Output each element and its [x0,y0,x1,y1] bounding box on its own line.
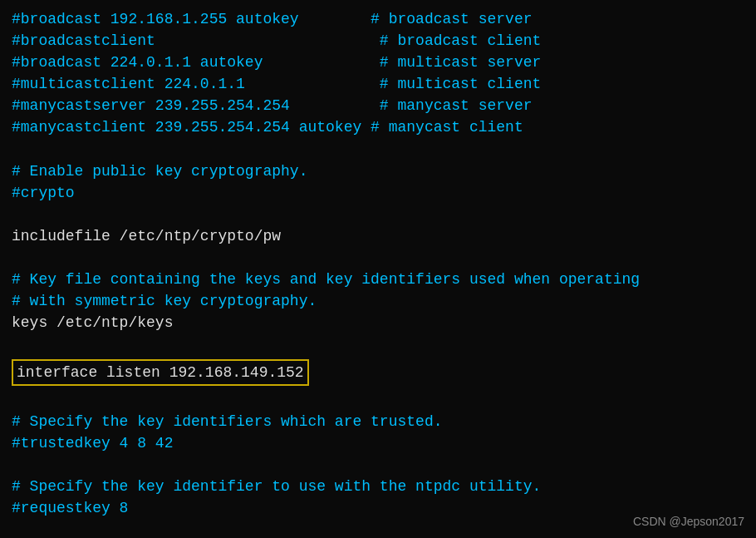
line-11: includefile /etc/ntp/crypto/pw [12,225,744,247]
line-8: # Enable public key cryptography. [12,160,744,182]
line-16-empty [12,333,744,355]
line-13: # Key file containing the keys and key i… [12,269,744,290]
line-5: #manycastserver 239.255.254.254 # manyca… [12,95,744,116]
line-15: keys /etc/ntp/keys [12,312,744,333]
line-18-empty [12,389,744,411]
line-12-empty [12,247,744,269]
line-6: #manycastclient 239.255.254.254 autokey … [12,116,744,138]
terminal-content: #broadcast 192.168.1.255 autokey # broad… [12,8,744,519]
line-9: #crypto [12,182,744,204]
line-22: # Specify the key identifier to use with… [12,476,744,497]
line-7-empty [12,139,744,160]
line-3: #broadcast 224.0.1.1 autokey # multicast… [12,52,744,73]
line-14: # with symmetric key cryptography. [12,290,744,312]
terminal-window: #broadcast 192.168.1.255 autokey # broad… [0,0,756,538]
line-20: #trustedkey 4 8 42 [12,432,744,454]
line-2: #broadcastclient # broadcast client [12,30,744,52]
line-1: #broadcast 192.168.1.255 autokey # broad… [12,8,744,30]
line-21-empty [12,454,744,476]
watermark: CSDN @Jepson2017 [633,513,744,530]
line-10-empty [12,204,744,225]
line-19: # Specify the key identifiers which are … [12,411,744,432]
line-17-highlighted: interface listen 192.168.149.152 [12,359,309,386]
line-4: #multicastclient 224.0.1.1 # multicast c… [12,73,744,95]
